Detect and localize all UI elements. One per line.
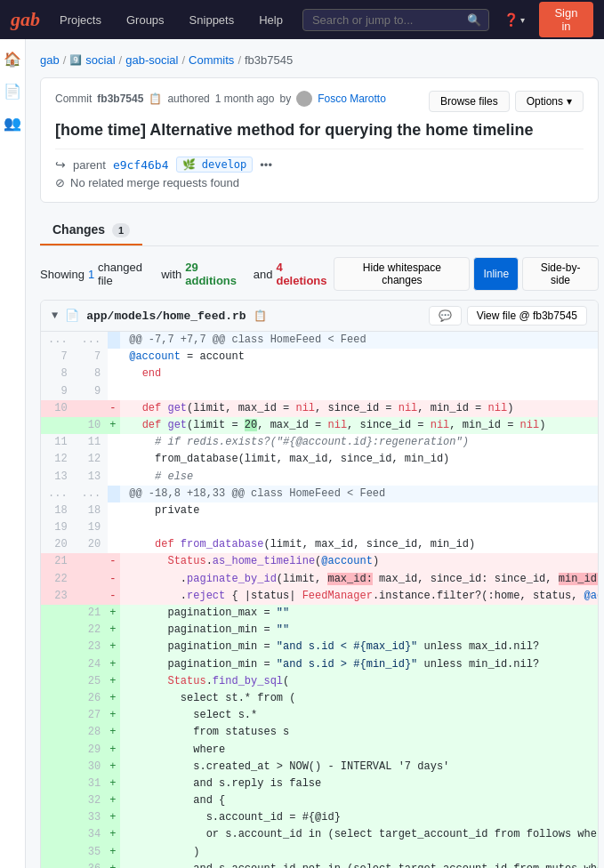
diff-hunk-1: ... ... @@ -7,7 +7,7 @@ class HomeFeed <… (41, 332, 599, 349)
line-sign: + (108, 792, 120, 809)
table-row: 26 + select st.* from ( (41, 690, 599, 707)
parent-hash-link[interactable]: e9cf46b4 (113, 158, 169, 172)
nav-help-icon[interactable]: ❓▾ (503, 12, 525, 27)
changes-count: 1 (112, 223, 130, 237)
linenum-new: 27 (75, 707, 109, 724)
nav-link-snippets[interactable]: Snippets (184, 10, 240, 30)
top-nav: gab Projects Groups Snippets Help 🔍 ❓▾ S… (0, 0, 604, 39)
linenum-new: 9 (75, 383, 109, 400)
linenum-new: 24 (75, 656, 109, 673)
commit-avatar (296, 91, 312, 107)
hunk-linenum-4: ... (75, 486, 109, 502)
options-button[interactable]: Options ▾ (515, 91, 584, 112)
line-content (120, 383, 599, 400)
line-content: def get(limit = 20, max_id = nil, since_… (120, 417, 599, 434)
showing-label: Showing (40, 268, 85, 281)
breadcrumb-gab[interactable]: gab (40, 53, 60, 67)
sidebar-icon-group[interactable]: 👥 (0, 110, 25, 135)
no-merge-info: ⊘ No related merge requests found (55, 176, 584, 189)
inline-button[interactable]: Inline (473, 257, 519, 291)
copy-filepath-button[interactable]: 📋 (254, 309, 267, 322)
linenum-old (41, 622, 75, 639)
linenum-old (41, 861, 75, 868)
ellipsis-icon[interactable]: ••• (260, 158, 272, 172)
and-label: and (254, 268, 273, 281)
nav-link-help[interactable]: Help (254, 10, 288, 30)
line-sign: - (108, 400, 120, 417)
line-content: pagination_min = "" (120, 622, 599, 639)
line-content: and s.account_id not in (select target_a… (120, 861, 599, 868)
line-content: from statuses s (120, 724, 599, 741)
linenum-old (41, 809, 75, 826)
table-row: 25 + Status.find_by_sql( (41, 673, 599, 690)
table-row: 32 + and { (41, 792, 599, 809)
linenum-old: 10 (41, 400, 75, 417)
breadcrumb-social[interactable]: social (85, 53, 115, 67)
linenum-new: 10 (75, 417, 109, 434)
table-row: 35 + ) (41, 844, 599, 861)
linenum-old (41, 792, 75, 809)
linenum-old: 7 (41, 349, 75, 366)
commit-author[interactable]: Fosco Marotto (318, 92, 386, 105)
table-row: 11 11 # if redis.exists?("#{@account.id}… (41, 434, 599, 451)
nav-link-projects[interactable]: Projects (54, 10, 107, 30)
diff-file-actions: 💬 View file @ fb3b7545 (429, 306, 587, 326)
search-input[interactable] (312, 13, 462, 27)
linenum-old: 21 (41, 553, 75, 570)
commit-by: by (279, 92, 291, 105)
linenum-new: 7 (75, 349, 109, 366)
linenum-new: 34 (75, 826, 109, 843)
table-row: 30 + s.created_at > NOW() - INTERVAL '7 … (41, 759, 599, 776)
view-file-button[interactable]: View file @ fb3b7545 (467, 306, 587, 326)
linenum-new: 12 (75, 451, 109, 468)
no-merge-label: No related merge requests found (70, 176, 239, 189)
linenum-old (41, 639, 75, 655)
table-row: 21 - Status.as_home_timeline(@account) (41, 553, 599, 570)
line-content: select s.* (120, 707, 599, 724)
tab-changes[interactable]: Changes 1 (40, 215, 142, 245)
linenum-old (41, 776, 75, 792)
table-row: 27 + select s.* (41, 707, 599, 724)
linenum-new: 26 (75, 690, 109, 707)
linenum-new: 25 (75, 673, 109, 690)
breadcrumb-gab-social[interactable]: gab-social (125, 53, 178, 67)
line-sign: + (108, 776, 120, 792)
line-sign: + (108, 707, 120, 724)
sidebar-icon-home[interactable]: 🏠 (0, 46, 25, 71)
line-content: end (120, 366, 599, 382)
line-content: and { (120, 792, 599, 809)
line-sign: - (108, 553, 120, 570)
table-row: 7 7 @account = account (41, 349, 599, 366)
linenum-new (75, 571, 109, 588)
comment-button[interactable]: 💬 (429, 306, 462, 326)
search-bar[interactable]: 🔍 (302, 9, 489, 31)
sidebar-icon-file[interactable]: 📄 (0, 78, 25, 103)
sign-in-button[interactable]: Sign in (539, 2, 593, 37)
breadcrumb-social-icon: 9️⃣ (69, 54, 82, 66)
linenum-old: 18 (41, 502, 75, 519)
linenum-old (41, 690, 75, 707)
linenum-new: 11 (75, 434, 109, 451)
linenum-new: 13 (75, 469, 109, 486)
nav-link-groups[interactable]: Groups (121, 10, 170, 30)
changed-file-link[interactable]: 1 (88, 268, 94, 281)
table-row: 18 18 private (41, 502, 599, 519)
table-row: 36 + and s.account_id not in (select tar… (41, 861, 599, 868)
file-expand-icon[interactable]: ▼ (52, 309, 58, 322)
hide-whitespace-button[interactable]: Hide whitespace changes (334, 257, 470, 291)
line-sign (108, 383, 120, 400)
line-sign (108, 366, 120, 382)
commit-label: Commit (55, 92, 92, 105)
line-content: ) (120, 844, 599, 861)
diff-container: ▼ 📄 app/models/home_feed.rb 📋 💬 View fil… (40, 300, 599, 868)
breadcrumb-commits[interactable]: Commits (189, 53, 234, 67)
linenum-new: 31 (75, 776, 109, 792)
linenum-old (41, 826, 75, 843)
line-sign: + (108, 861, 120, 868)
side-by-side-button[interactable]: Side-by-side (522, 257, 599, 291)
line-content: .paginate_by_id(limit, max_id: max_id, s… (120, 571, 599, 588)
linenum-old: 23 (41, 588, 75, 605)
table-row: 13 13 # else (41, 469, 599, 486)
copy-hash-button[interactable]: 📋 (149, 92, 162, 105)
browse-files-button[interactable]: Browse files (429, 91, 510, 112)
